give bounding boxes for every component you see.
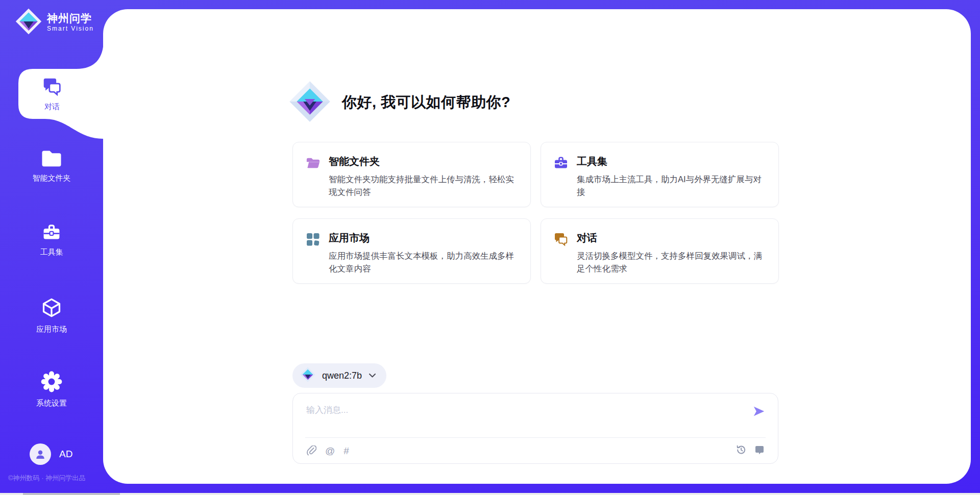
sidebar-item-label: 对话 [44,102,60,112]
user-initials: AD [59,449,72,460]
card-title: 智能文件夹 [329,155,380,168]
sidebar-item-label: 系统设置 [36,399,67,408]
card-title: 对话 [577,231,597,245]
composer-tools-left: @ # [306,445,349,457]
attachment-icon[interactable] [306,445,316,457]
feature-card-chat[interactable]: 对话 灵活切换多模型文件，支持多样回复效果调试，满足个性化需求 [541,218,779,284]
folder-icon [41,148,62,169]
toolbox-icon [554,156,568,170]
sidebar-item-label: 应用市场 [36,325,67,334]
card-description: 智能文件夹功能支持批量文件上传与清洗，轻松实现文件问答 [329,173,519,199]
user-account[interactable]: AD [30,443,72,465]
folder-open-icon [306,156,320,170]
greeting-title: 你好, 我可以如何帮助你? [342,92,510,113]
feature-card-app-market[interactable]: 应用市场 应用市场提供丰富长文本模板，助力高效生成多样化文章内容 [292,218,531,284]
sidebar-item-label: 智能文件夹 [33,174,71,183]
send-icon[interactable] [752,405,766,418]
feedback-bubble-icon[interactable] [754,445,765,455]
composer-divider [305,437,766,438]
brand-name: 神州问学 [47,12,94,24]
model-diamond-icon [300,367,315,384]
horizontal-scrollbar[interactable] [0,493,980,495]
sidebar-item-label: 工具集 [40,247,63,257]
card-description: 集成市场上主流工具，助力AI与外界无缝扩展与对接 [577,173,767,199]
history-icon[interactable] [736,444,746,455]
card-title: 应用市场 [329,231,370,245]
card-description: 应用市场提供丰富长文本模板，助力高效生成多样化文章内容 [329,250,519,275]
feature-cards: 智能文件夹 智能文件夹功能支持批量文件上传与清洗，轻松实现文件问答 工具集 集成… [292,142,779,284]
sidebar: 神州问学 Smart Vision 对话 智能文件夹 [0,0,103,495]
brand-subtitle: Smart Vision [47,26,94,32]
toolbox-icon [41,223,62,243]
greeting-block: 你好, 我可以如何帮助你? [289,81,510,125]
cube-icon [41,297,62,320]
feature-card-smart-folders[interactable]: 智能文件夹 智能文件夹功能支持批量文件上传与清洗，轻松实现文件问答 [292,142,531,207]
sidebar-item-toolset[interactable]: 工具集 [0,223,103,257]
scrollbar-thumb[interactable] [23,493,120,495]
chat-bubbles-icon [554,232,568,246]
brand-diamond-icon [289,81,331,125]
app-window: 你好, 我可以如何帮助你? 智能文件夹 智能文件夹功能支持批量文件上传与清洗，轻… [0,0,980,495]
apps-grid-icon [306,232,320,246]
brand-diamond-icon [15,8,42,37]
model-selector[interactable]: qwen2:7b [292,363,386,388]
mention-icon[interactable]: @ [325,445,335,457]
avatar [30,443,51,465]
gear-icon [41,371,62,394]
sidebar-item-settings[interactable]: 系统设置 [0,371,103,408]
copyright-text: ©神州数码 · 神州问学出品 [8,474,85,483]
message-input[interactable] [306,402,715,419]
card-description: 灵活切换多模型文件，支持多样回复效果调试，满足个性化需求 [577,250,767,275]
chat-bubbles-icon [42,77,62,98]
sidebar-item-smart-folders[interactable]: 智能文件夹 [0,148,103,183]
message-composer: @ # [292,393,778,464]
model-name: qwen2:7b [322,370,362,381]
brand-logo: 神州问学 Smart Vision [15,8,94,37]
card-title: 工具集 [577,155,607,168]
composer-tools-right [736,444,765,455]
sidebar-item-chat[interactable]: 对话 [18,70,86,118]
feature-card-toolset[interactable]: 工具集 集成市场上主流工具，助力AI与外界无缝扩展与对接 [541,142,779,207]
main-panel: 你好, 我可以如何帮助你? 智能文件夹 智能文件夹功能支持批量文件上传与清洗，轻… [103,9,971,484]
chevron-down-icon [369,371,376,380]
sidebar-item-app-market[interactable]: 应用市场 [0,297,103,334]
hashtag-icon[interactable]: # [344,445,349,457]
